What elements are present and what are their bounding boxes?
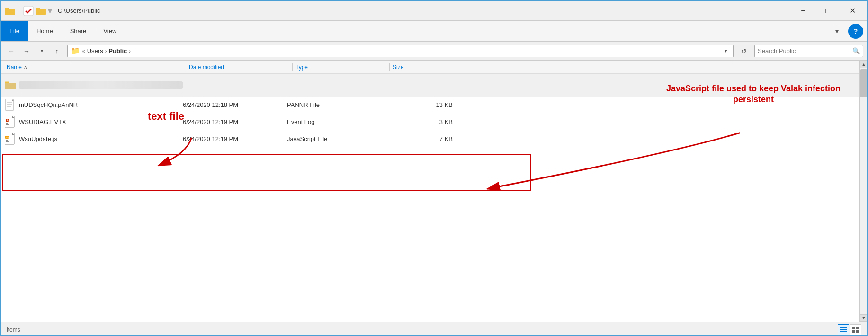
tab-view[interactable]: View — [95, 21, 125, 41]
dropdown-button[interactable]: ▾ — [35, 44, 48, 58]
scroll-thumb[interactable] — [860, 69, 867, 97]
scroll-up-btn[interactable]: ▲ — [860, 61, 868, 68]
view-buttons — [838, 324, 861, 336]
address-users: Users — [87, 47, 103, 54]
address-dropdown-btn[interactable]: ▾ — [721, 45, 730, 57]
back-button[interactable]: ← — [5, 44, 18, 58]
folder-icon-2 — [36, 6, 46, 16]
scrollbar[interactable]: ▲ ▼ — [859, 61, 867, 322]
title-bar-divider — [19, 5, 19, 17]
svg-rect-26 — [856, 327, 859, 329]
svg-rect-14 — [6, 123, 8, 124]
address-separator: « — [82, 48, 85, 54]
minimize-button[interactable]: − — [792, 3, 814, 18]
svg-rect-25 — [852, 327, 855, 329]
title-bar-icons: ▾ C:\Users\Public — [5, 5, 789, 17]
table-row[interactable] — [1, 74, 859, 97]
forward-button[interactable]: → — [20, 44, 33, 58]
file-name-js: WsuUpdate.js — [19, 135, 183, 142]
svg-rect-23 — [840, 329, 847, 330]
svg-rect-1 — [5, 8, 9, 9]
svg-rect-20 — [6, 141, 9, 142]
main-area: Name ∧ Date modified Type Size — [1, 61, 867, 322]
folder-file-icon — [5, 80, 16, 91]
svg-text:JS: JS — [6, 137, 9, 140]
file-size-js: 7 KB — [382, 135, 453, 142]
svg-rect-4 — [36, 8, 40, 9]
col-header-size[interactable]: Size — [391, 64, 462, 71]
blurred-file-name — [19, 81, 183, 89]
table-row[interactable]: mUDSqcHQn.pAnNR 6/24/2020 12:18 PM PANNR… — [1, 97, 859, 114]
large-icon-view-button[interactable] — [850, 324, 861, 336]
list-view-icon — [840, 327, 847, 333]
file-type-js: JavaScript File — [287, 135, 382, 142]
file-type-evtx: Event Log — [287, 118, 382, 125]
search-box[interactable]: 🔍 — [754, 45, 863, 57]
address-bar[interactable]: 📁 « Users › Public › ▾ — [67, 45, 734, 57]
address-folder-icon: 📁 — [71, 46, 80, 55]
ribbon-spacer — [125, 21, 830, 41]
title-bar: ▾ C:\Users\Public − □ ✕ — [1, 1, 867, 21]
file-list-container: Name ∧ Date modified Type Size — [1, 61, 859, 322]
help-button[interactable]: ? — [848, 24, 863, 39]
col-divider-1 — [186, 63, 186, 71]
large-icon-view-icon — [852, 327, 859, 333]
close-button[interactable]: ✕ — [841, 3, 863, 18]
file-size-evtx: 3 KB — [382, 118, 453, 125]
col-header-type[interactable]: Type — [294, 64, 388, 71]
svg-rect-24 — [840, 331, 847, 332]
file-date-pannr: 6/24/2020 12:18 PM — [183, 101, 287, 108]
file-name-pannr: mUDSqcHQn.pAnNR — [19, 101, 183, 108]
checkmark-icon — [23, 6, 34, 16]
svg-rect-19 — [6, 140, 8, 141]
refresh-button[interactable]: ↺ — [737, 44, 751, 58]
svg-rect-2 — [24, 6, 33, 16]
scroll-down-btn[interactable]: ▼ — [860, 314, 868, 322]
status-items: items — [7, 327, 20, 333]
address-arrow-2: › — [129, 48, 131, 54]
table-row[interactable]: WSUDIAG.EVTX 6/24/2020 12:19 PM Event Lo… — [1, 114, 859, 131]
title-bar-path: C:\Users\Public — [58, 7, 100, 14]
search-input[interactable] — [755, 47, 850, 54]
ribbon: File Home Share View ▾ ? — [1, 21, 867, 42]
nav-bar: ← → ▾ ↑ 📁 « Users › Public › ▾ ↺ 🔍 — [1, 42, 867, 61]
address-public: Public — [108, 47, 127, 54]
file-date-evtx: 6/24/2020 12:19 PM — [183, 118, 287, 125]
scroll-space — [860, 98, 867, 314]
file-size-pannr: 13 KB — [382, 101, 453, 108]
search-icon: 🔍 — [850, 47, 863, 54]
file-rows: mUDSqcHQn.pAnNR 6/24/2020 12:18 PM PANNR… — [1, 74, 859, 322]
ribbon-chevron[interactable]: ▾ — [830, 21, 844, 41]
svg-rect-7 — [5, 83, 16, 89]
address-arrow-1: › — [105, 48, 107, 54]
table-row[interactable]: JS WsuUpdate.js 6/24/2020 12:19 PM JavaS… — [1, 131, 859, 148]
file-name-evtx: WSUDIAG.EVTX — [19, 118, 183, 125]
evtx-file-icon — [5, 116, 16, 128]
up-button[interactable]: ↑ — [50, 44, 63, 58]
tab-share[interactable]: Share — [62, 21, 95, 41]
col-divider-3 — [389, 63, 390, 71]
svg-rect-27 — [852, 330, 855, 333]
tab-file[interactable]: File — [1, 21, 28, 41]
list-view-button[interactable] — [838, 324, 849, 336]
sort-arrow-icon: ∧ — [24, 64, 27, 70]
col-header-date[interactable]: Date modified — [187, 64, 291, 71]
file-type-pannr: PANNR File — [287, 101, 382, 108]
tab-home[interactable]: Home — [28, 21, 62, 41]
title-bar-separator: ▾ — [48, 6, 52, 16]
svg-rect-15 — [6, 124, 9, 125]
file-date-js: 6/24/2020 12:19 PM — [183, 135, 287, 142]
js-file-icon: JS — [5, 133, 16, 145]
svg-rect-0 — [5, 9, 15, 15]
folder-icon-1 — [5, 6, 15, 16]
svg-rect-28 — [856, 330, 859, 333]
col-header-name[interactable]: Name ∧ — [5, 64, 185, 71]
svg-rect-22 — [840, 327, 847, 328]
status-bar: items — [1, 322, 867, 336]
text-file-icon — [5, 99, 16, 111]
maximize-button[interactable]: □ — [817, 3, 839, 18]
svg-rect-3 — [36, 9, 46, 15]
col-divider-2 — [292, 63, 293, 71]
column-headers: Name ∧ Date modified Type Size — [1, 61, 859, 74]
